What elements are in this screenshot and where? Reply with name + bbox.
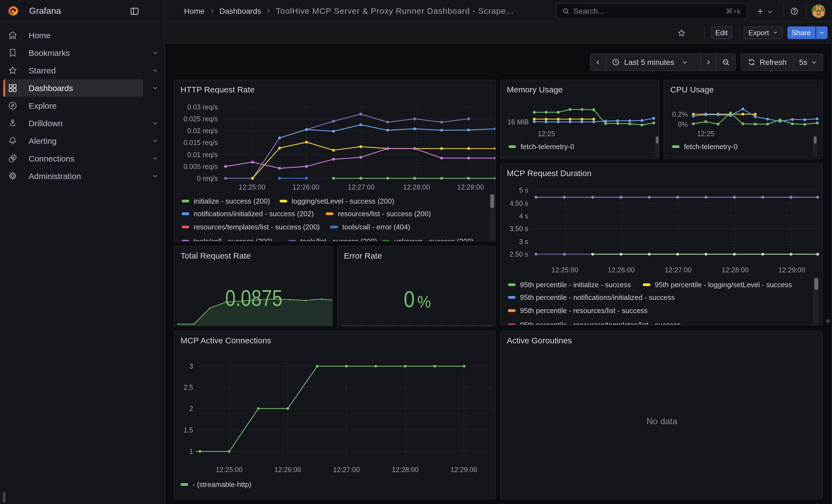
svg-text:12:27:00: 12:27:00	[333, 466, 360, 474]
svg-text:4 s: 4 s	[519, 212, 528, 220]
svg-text:5 s: 5 s	[519, 186, 528, 194]
svg-text:3: 3	[189, 362, 193, 370]
svg-text:12:28:00: 12:28:00	[722, 266, 748, 274]
svg-text:12:28:00: 12:28:00	[392, 466, 418, 474]
svg-text:3 s: 3 s	[519, 238, 528, 245]
svg-text:2: 2	[189, 405, 193, 413]
svg-text:12:25: 12:25	[538, 130, 555, 137]
svg-text:16 MiB: 16 MiB	[508, 118, 529, 126]
svg-text:12:25:00: 12:25:00	[238, 183, 265, 191]
svg-text:0.015 req/s: 0.015 req/s	[183, 139, 218, 147]
svg-text:1: 1	[189, 448, 193, 455]
svg-text:12:26:00: 12:26:00	[292, 183, 319, 191]
svg-text:0.03 req/s: 0.03 req/s	[187, 103, 218, 111]
svg-text:12:29:00: 12:29:00	[457, 183, 484, 191]
svg-text:0.005 req/s: 0.005 req/s	[183, 163, 218, 170]
svg-text:0.02 req/s: 0.02 req/s	[187, 127, 218, 135]
svg-text:12:26:00: 12:26:00	[274, 466, 301, 474]
svg-text:12:25:00: 12:25:00	[216, 466, 242, 474]
svg-text:0 req/s: 0 req/s	[197, 175, 218, 182]
svg-text:12:29:00: 12:29:00	[778, 266, 805, 274]
svg-text:0.01 req/s: 0.01 req/s	[187, 151, 218, 158]
svg-text:3.50 s: 3.50 s	[510, 225, 528, 233]
svg-text:12:25:00: 12:25:00	[551, 266, 578, 274]
svg-text:12:29:00: 12:29:00	[450, 466, 477, 474]
svg-text:12:28:00: 12:28:00	[403, 183, 430, 191]
svg-text:2.50 s: 2.50 s	[510, 250, 528, 258]
svg-text:12:26:00: 12:26:00	[608, 266, 634, 274]
svg-text:0%: 0%	[678, 121, 688, 128]
svg-text:1.5: 1.5	[183, 426, 193, 434]
svg-text:2.5: 2.5	[183, 383, 193, 391]
svg-text:12:27:00: 12:27:00	[348, 183, 374, 191]
svg-text:4.50 s: 4.50 s	[510, 200, 528, 207]
svg-text:0.025 req/s: 0.025 req/s	[183, 115, 218, 123]
svg-text:12:27:00: 12:27:00	[665, 266, 692, 274]
svg-text:0.2%: 0.2%	[672, 110, 688, 118]
svg-text:12:25: 12:25	[697, 130, 714, 137]
